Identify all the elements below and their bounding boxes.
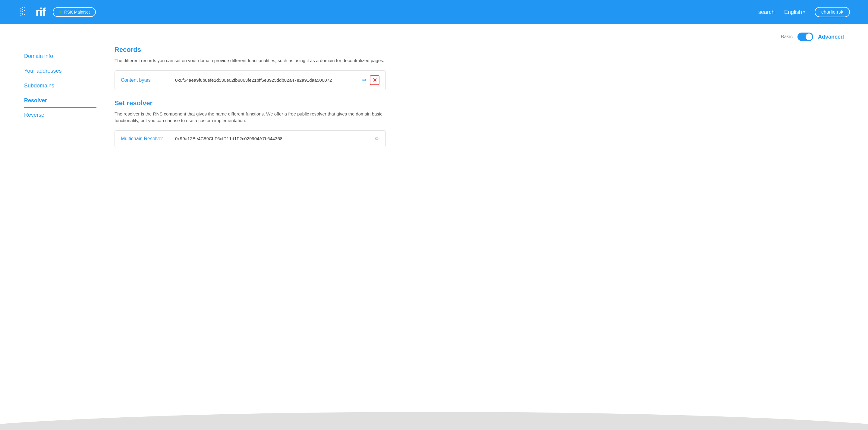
svg-point-13: [0, 412, 868, 430]
svg-rect-4: [22, 9, 23, 10]
resolver-section: Set resolver The resolver is the RNS com…: [115, 99, 386, 147]
sidebar-item-domain-info[interactable]: Domain info: [24, 49, 96, 64]
svg-rect-10: [21, 15, 22, 16]
edit-content-bytes-icon[interactable]: ✏: [362, 77, 367, 84]
records-section: Records The different records you can se…: [115, 46, 386, 90]
sidebar: Domain info Your addresses Subdomains Re…: [24, 46, 96, 156]
svg-rect-7: [24, 10, 25, 11]
main-wrapper: Basic Advanced Domain info Your addresse…: [0, 24, 868, 430]
multichain-resolver-value: 0x99a12Be4C89CbF6cfD11d1F2c029904A7b6443…: [175, 136, 369, 141]
content-layout: Domain info Your addresses Subdomains Re…: [0, 46, 868, 156]
content-bytes-value: 0x0f54aea9f6b8efe1d530e02fb8863fe21bff6e…: [175, 78, 356, 83]
domain-button[interactable]: charlie.rsk: [815, 7, 850, 17]
logo-text: rif: [36, 6, 45, 19]
content-bytes-actions: ✏ ✕: [362, 76, 379, 85]
svg-rect-3: [21, 10, 22, 10]
svg-rect-5: [21, 11, 22, 12]
network-label: RSK MainNet: [64, 10, 90, 15]
svg-rect-1: [22, 7, 23, 8]
svg-rect-0: [21, 8, 22, 9]
multichain-resolver-row: Multichain Resolver 0x99a12Be4C89CbF6cfD…: [115, 130, 386, 147]
delete-content-bytes-button[interactable]: ✕: [370, 76, 379, 85]
chevron-down-icon: ▾: [803, 10, 805, 14]
header-right: search English ▾ charlie.rsk: [758, 7, 850, 17]
svg-rect-11: [22, 15, 23, 16]
sidebar-item-resolver[interactable]: Resolver: [24, 93, 96, 108]
language-selector[interactable]: English ▾: [784, 9, 805, 16]
search-link[interactable]: search: [758, 9, 775, 16]
header-left: rif RSK MainNet: [18, 5, 96, 19]
main-panel: Records The different records you can se…: [115, 46, 386, 156]
logo-icon: [18, 5, 33, 19]
language-label: English: [784, 9, 802, 16]
multichain-resolver-label: Multichain Resolver: [121, 136, 169, 141]
footer-wave: [0, 406, 868, 430]
resolver-description: The resolver is the RNS component that g…: [115, 111, 386, 124]
advanced-label: Advanced: [818, 34, 844, 40]
app-header: rif RSK MainNet search English ▾ charlie…: [0, 0, 868, 24]
basic-label: Basic: [781, 34, 793, 39]
records-title: Records: [115, 46, 386, 54]
advanced-toggle[interactable]: [798, 33, 813, 41]
resolver-title: Set resolver: [115, 99, 386, 107]
sidebar-item-reverse[interactable]: Reverse: [24, 108, 96, 122]
network-status-dot: [59, 10, 62, 13]
content-bytes-row: Content bytes 0x0f54aea9f6b8efe1d530e02f…: [115, 70, 386, 90]
delete-icon: ✕: [373, 77, 377, 84]
content-bytes-label: Content bytes: [121, 78, 169, 83]
logo[interactable]: rif: [18, 5, 45, 19]
toggle-bar: Basic Advanced: [0, 24, 868, 46]
records-description: The different records you can set on you…: [115, 57, 386, 64]
sidebar-item-subdomains[interactable]: Subdomains: [24, 78, 96, 93]
svg-rect-12: [24, 14, 25, 15]
multichain-resolver-actions: ✏: [375, 135, 379, 142]
edit-resolver-icon[interactable]: ✏: [375, 135, 379, 142]
svg-rect-2: [24, 7, 25, 7]
network-badge[interactable]: RSK MainNet: [53, 7, 96, 17]
svg-rect-8: [21, 13, 22, 14]
toggle-knob: [806, 33, 812, 40]
sidebar-item-your-addresses[interactable]: Your addresses: [24, 64, 96, 78]
svg-rect-9: [22, 13, 23, 13]
svg-rect-6: [22, 11, 23, 12]
